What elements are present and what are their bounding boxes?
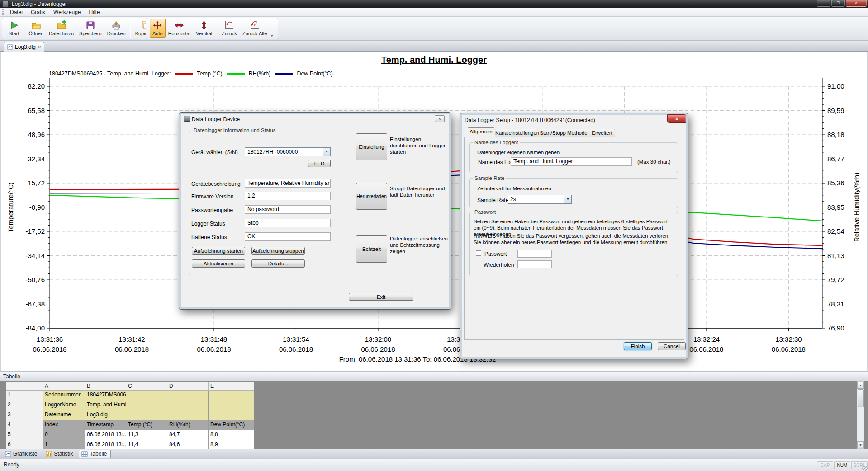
tab-close-icon[interactable]: × xyxy=(38,44,41,50)
scroll-down-icon[interactable]: ▼ xyxy=(857,441,864,448)
finish-button[interactable]: Finish xyxy=(624,342,652,350)
row-number[interactable]: 3 xyxy=(6,410,43,420)
print-button[interactable]: Drucken xyxy=(104,19,128,38)
cell[interactable]: Index xyxy=(43,420,85,430)
cell[interactable]: 11,4 xyxy=(126,440,167,449)
cell[interactable]: 8,8 xyxy=(209,430,254,440)
tab-erweitert[interactable]: Erweitert xyxy=(589,129,615,137)
tab-grafikliste[interactable]: Grafikliste xyxy=(2,450,41,458)
tab-allgemein[interactable]: Allgemein xyxy=(468,127,494,137)
menu-grafik[interactable]: Grafik xyxy=(27,8,49,16)
open-button[interactable]: Öffnen xyxy=(26,19,46,38)
cell[interactable]: 84,6 xyxy=(167,440,209,449)
setup-action-button[interactable]: Einstellung xyxy=(356,133,387,160)
table-row: 3 Dateiname Log3.dlg xyxy=(6,410,254,420)
auto-scale-button[interactable]: Auto xyxy=(150,19,166,38)
vertical-arrows-icon xyxy=(199,20,209,30)
menu-hilfe[interactable]: Hilfe xyxy=(85,8,104,16)
cell[interactable]: Dew Point(°C) xyxy=(209,420,254,430)
download-action-desc: Stoppt Datenlooger und lädt Daten herunt… xyxy=(390,185,449,198)
tab-statistik[interactable]: Statistik xyxy=(43,450,77,458)
cell[interactable] xyxy=(167,391,209,400)
minimize-button[interactable]: – xyxy=(817,0,830,7)
start-button[interactable]: Start xyxy=(6,19,22,38)
device-dialog-close-icon[interactable]: × xyxy=(435,115,445,122)
cell[interactable] xyxy=(167,400,209,410)
details-button[interactable]: Details... xyxy=(251,259,305,268)
realtime-action-button[interactable]: Echtzeit xyxy=(356,236,387,263)
col-header-e[interactable]: E xyxy=(209,382,254,391)
cell[interactable]: 180427DMS006... xyxy=(85,391,126,400)
cell[interactable] xyxy=(209,410,254,420)
led-button[interactable]: LED xyxy=(308,160,331,167)
cell[interactable]: 11,3 xyxy=(126,430,167,440)
cell[interactable]: 1 xyxy=(43,440,85,449)
cell[interactable]: 06.06.2018 13:... xyxy=(85,440,126,449)
password-input[interactable] xyxy=(517,250,552,258)
row-number[interactable]: 6 xyxy=(6,440,43,449)
cell[interactable] xyxy=(126,391,167,400)
cell[interactable]: Temp.(°C) xyxy=(126,420,167,430)
tab-tabelle[interactable]: Tabelle xyxy=(79,450,111,458)
col-header-a[interactable]: A xyxy=(43,382,85,391)
add-file-button[interactable]: Datei hinzu xyxy=(46,19,76,38)
row-number[interactable]: 1 xyxy=(6,391,43,400)
row-number[interactable]: 5 xyxy=(6,430,43,440)
scroll-up-icon[interactable]: ▲ xyxy=(857,382,864,389)
legend-line-temp xyxy=(175,73,193,75)
exit-button[interactable]: Exit xyxy=(349,293,413,301)
undo-all-zoom-button[interactable]: Zurück Alle xyxy=(240,19,270,38)
col-header-d[interactable]: D xyxy=(167,382,209,391)
overflow-chevron-icon[interactable]: ▾ xyxy=(270,34,273,39)
password-entry-field: No password xyxy=(245,205,331,214)
tab-start-stopp-methode[interactable]: Start/Stopp Methode xyxy=(539,129,588,137)
maximize-button[interactable]: □ xyxy=(831,0,845,7)
resize-grip[interactable] xyxy=(862,466,868,471)
stop-recording-button[interactable]: Aufzeichnung stoppen xyxy=(251,247,305,255)
table-vertical-scrollbar[interactable]: ▲ ▼ xyxy=(857,381,864,449)
chevron-down-icon[interactable]: ▼ xyxy=(323,148,330,156)
cell[interactable]: 0 xyxy=(43,430,85,440)
logger-name-input[interactable]: Temp. and Humi. Logger xyxy=(511,157,632,166)
undo-zoom-button[interactable]: Zurück xyxy=(219,19,240,38)
cell[interactable]: LoggerName xyxy=(43,400,85,410)
cell[interactable] xyxy=(126,410,167,420)
sample-rate-combo[interactable]: 2s ▼ xyxy=(508,195,572,204)
cell[interactable]: Dateiname xyxy=(43,410,85,420)
cell[interactable]: Log3.dlg xyxy=(85,410,126,420)
cell[interactable] xyxy=(209,391,254,400)
scrollbar-thumb[interactable] xyxy=(858,389,864,407)
download-action-button[interactable]: Herunterladen xyxy=(356,183,387,210)
col-header-c[interactable]: C xyxy=(126,382,167,391)
refresh-button[interactable]: Aktualisieren xyxy=(192,259,245,268)
cell[interactable]: Seriennummer xyxy=(43,391,85,400)
close-button[interactable]: × xyxy=(846,0,867,7)
start-recording-button[interactable]: Aufzeichnung starten xyxy=(192,247,245,255)
cell[interactable] xyxy=(126,400,167,410)
tab-kanaleinstellungen[interactable]: Kanaleinstellungen xyxy=(495,129,538,137)
chevron-down-icon[interactable]: ▼ xyxy=(564,195,571,203)
device-select-combo[interactable]: 180127RHT0060000 ▼ xyxy=(245,147,331,156)
cell[interactable]: Timestamp xyxy=(85,420,126,430)
cancel-button[interactable]: Cancel xyxy=(658,342,686,350)
row-number[interactable]: 4 xyxy=(6,420,43,430)
cell[interactable] xyxy=(209,400,254,410)
row-number[interactable]: 2 xyxy=(6,400,43,410)
document-tab[interactable]: Log3.dlg × xyxy=(4,42,44,52)
menu-datei[interactable]: Datei xyxy=(6,8,27,16)
horizontal-scale-button[interactable]: Horizontal xyxy=(166,19,194,38)
cell[interactable]: 84,7 xyxy=(167,430,209,440)
menu-werkzeuge[interactable]: Werkzeuge xyxy=(49,8,85,16)
col-header-b[interactable]: B xyxy=(85,382,126,391)
cell[interactable]: RH(%rh) xyxy=(167,420,209,430)
cell[interactable]: 06.06.2018 13:... xyxy=(85,430,126,440)
cell[interactable] xyxy=(167,410,209,420)
setup-dialog-close-icon[interactable]: × xyxy=(667,114,686,123)
firmware-label: Firmware Version xyxy=(191,193,233,200)
repeat-password-input[interactable] xyxy=(517,260,552,268)
password-checkbox[interactable] xyxy=(476,250,481,256)
cell[interactable]: Temp. and Humi... xyxy=(85,400,126,410)
save-button[interactable]: Speichern xyxy=(76,19,104,38)
cell[interactable]: 8,9 xyxy=(209,440,254,449)
vertical-scale-button[interactable]: Vertikal xyxy=(193,19,215,38)
